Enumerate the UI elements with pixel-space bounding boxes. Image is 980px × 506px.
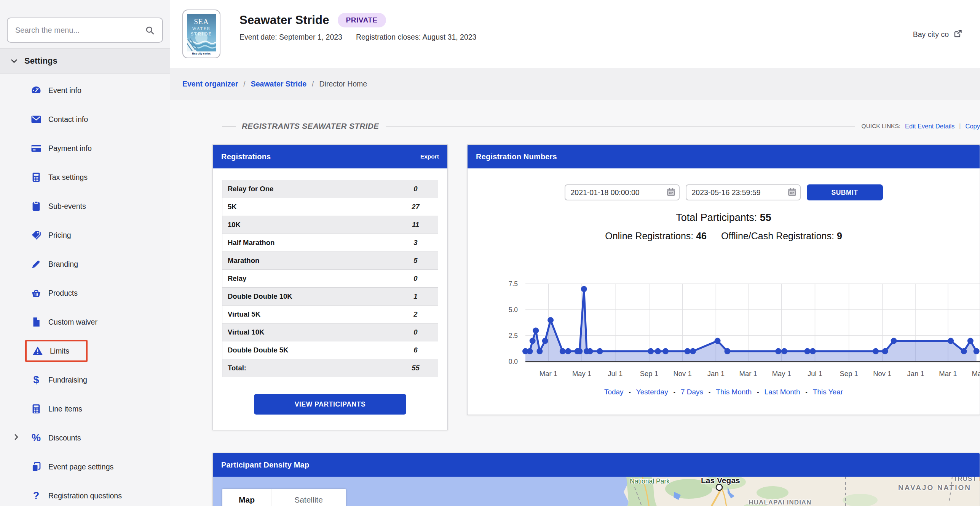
quick-links-label: QUICK LINKS: (862, 123, 901, 130)
svg-text:7.5: 7.5 (509, 280, 518, 288)
registration-split-stats: Online Registrations: 46 Offline/Cash Re… (468, 231, 980, 242)
sidebar-item-label: Contact info (48, 115, 88, 124)
sidebar-item-payment-info[interactable]: Payment info (0, 134, 170, 163)
credit-card-icon (30, 143, 42, 154)
basket-icon (30, 287, 42, 299)
event-header: SEA WATER STRIDE Bay city series Seawate… (170, 0, 980, 68)
calculator-icon (30, 403, 42, 415)
menu-search-box[interactable] (7, 18, 163, 43)
range-link-7-days[interactable]: 7 Days (681, 388, 703, 396)
svg-text:May 1: May 1 (572, 370, 591, 378)
sidebar-item-label: Fundraising (48, 376, 87, 384)
table-row: Relay0 (222, 270, 438, 288)
sidebar-item-pricing[interactable]: Pricing (0, 221, 170, 250)
view-participants-button[interactable]: VIEW PARTICIPANTS (254, 394, 406, 415)
divider (222, 126, 236, 126)
date-range-row: SUBMIT (468, 184, 980, 200)
sidebar-section-settings[interactable]: Settings (0, 48, 170, 74)
map-label-national-park: National Park (630, 477, 670, 485)
sidebar-item-label: Event info (48, 86, 81, 95)
map-label-navajo-nation: NAVAJO NATION (898, 484, 971, 492)
section-title: REGISTRANTS SEAWATER STRIDE (242, 122, 379, 131)
search-input[interactable] (14, 26, 144, 35)
sidebar-item-fundraising[interactable]: $ Fundraising (0, 365, 170, 394)
logo-caption: Bay city series (192, 52, 211, 55)
section-header-row: REGISTRANTS SEAWATER STRIDE QUICK LINKS:… (212, 118, 980, 134)
svg-text:Jan 1: Jan 1 (707, 370, 725, 378)
tag-icon (30, 229, 42, 241)
satellite-button[interactable]: Satellite (271, 489, 346, 506)
sidebar-item-discounts[interactable]: % Discounts (0, 423, 170, 452)
range-link-last-month[interactable]: Last Month (765, 388, 800, 396)
range-links: Today• Yesterday• 7 Days• This Month• La… (468, 388, 980, 415)
sidebar-item-label: Branding (48, 260, 78, 269)
private-badge: PRIVATE (338, 13, 386, 27)
file-icon (30, 316, 42, 328)
warning-icon (32, 345, 43, 357)
event-logo: SEA WATER STRIDE Bay city series (182, 10, 220, 58)
org-external-link[interactable]: Bay city co (913, 29, 962, 40)
sidebar-item-event-info[interactable]: Event info (0, 76, 170, 105)
copy-icon (30, 461, 42, 472)
sidebar-item-contact-info[interactable]: Contact info (0, 105, 170, 134)
date-from-input[interactable] (570, 188, 666, 197)
settings-label: Settings (24, 56, 57, 66)
map-button[interactable]: Map (222, 489, 271, 506)
search-icon (144, 24, 155, 36)
main-area: SEA WATER STRIDE Bay city series Seawate… (170, 0, 980, 506)
chevron-right-icon (12, 433, 20, 443)
map-label-hualapai: HUALAPAI INDIAN RESERVATION (734, 499, 826, 506)
breadcrumb-seawater-stride[interactable]: Seawater Stride (251, 80, 306, 88)
quick-link-copy[interactable]: Copy (965, 123, 980, 130)
export-link[interactable]: Export (420, 153, 439, 160)
quick-links: QUICK LINKS: Edit Event Details | Copy (862, 123, 980, 130)
sidebar-item-line-items[interactable]: Line items (0, 394, 170, 423)
page: Settings Event info Contact info Payment… (0, 0, 980, 506)
range-link-today[interactable]: Today (604, 388, 624, 396)
sidebar-item-branding[interactable]: Branding (0, 250, 170, 279)
question-icon: ? (30, 490, 42, 501)
sidebar-item-label: Custom waiver (48, 318, 97, 327)
svg-text:Sep 1: Sep 1 (840, 370, 858, 378)
sidebar-item-registration-questions[interactable]: ? Registration questions (0, 481, 170, 506)
range-link-this-month[interactable]: This Month (716, 388, 752, 396)
date-to-field[interactable] (686, 184, 801, 200)
sidebar-item-label: Payment info (48, 144, 92, 153)
quick-link-edit-event[interactable]: Edit Event Details (905, 123, 954, 130)
clipboard-icon (30, 200, 42, 212)
calculator-icon (30, 171, 42, 183)
date-from-field[interactable] (565, 184, 680, 200)
table-row: Marathon5 (222, 252, 438, 270)
percent-icon: % (30, 432, 42, 444)
range-link-this-year[interactable]: This Year (813, 388, 843, 396)
sidebar-item-label: Limits (50, 347, 69, 355)
sidebar-item-sub-events[interactable]: Sub-events (0, 192, 170, 221)
sidebar-item-limits[interactable]: Limits (0, 336, 170, 365)
calendar-icon[interactable] (787, 187, 797, 198)
table-row: Virtual 10K0 (222, 323, 438, 341)
table-row: 5K27 (222, 198, 438, 216)
sidebar-item-products[interactable]: Products (0, 279, 170, 307)
svg-text:Jul 1: Jul 1 (608, 370, 622, 378)
sidebar-item-tax-settings[interactable]: Tax settings (0, 163, 170, 192)
breadcrumb: Event organizer / Seawater Stride / Dire… (170, 68, 980, 100)
submit-button[interactable]: SUBMIT (807, 184, 883, 200)
svg-text:Nov 1: Nov 1 (673, 370, 691, 378)
table-row: Half Marathon3 (222, 234, 438, 252)
date-to-input[interactable] (691, 188, 787, 197)
svg-text:Mar 1: Mar 1 (739, 370, 757, 378)
table-row: Relay for One0 (222, 180, 438, 198)
calendar-icon[interactable] (666, 187, 676, 198)
sidebar-item-event-page-settings[interactable]: Event page settings (0, 452, 170, 481)
sidebar-item-label: Tax settings (48, 173, 88, 182)
sidebar-item-custom-waiver[interactable]: Custom waiver (0, 307, 170, 336)
table-row: 10K11 (222, 216, 438, 234)
map-canvas[interactable]: Map Satellite National Park Las Vegas HU… (213, 477, 980, 506)
content: REGISTRANTS SEAWATER STRIDE QUICK LINKS:… (170, 100, 980, 506)
range-link-yesterday[interactable]: Yesterday (636, 388, 668, 396)
sidebar: Settings Event info Contact info Payment… (0, 0, 170, 506)
map-panel-title: Participant Density Map (221, 461, 309, 469)
registrations-panel: Registrations Export Relay for One0 5K27… (212, 144, 448, 430)
total-participants-value: 55 (760, 212, 771, 223)
breadcrumb-event-organizer[interactable]: Event organizer (182, 80, 238, 88)
